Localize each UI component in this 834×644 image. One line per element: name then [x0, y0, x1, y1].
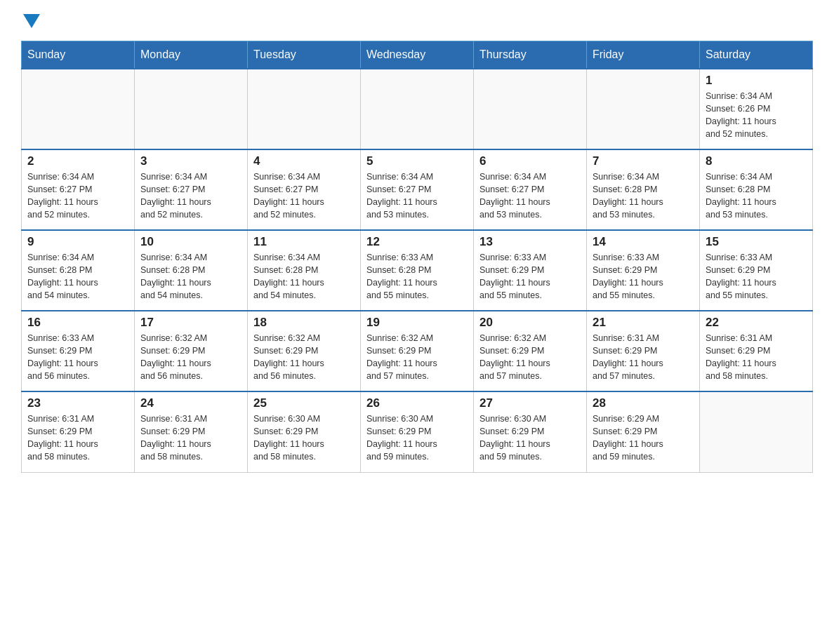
calendar-cell: 28Sunrise: 6:29 AM Sunset: 6:29 PM Dayli…	[587, 391, 700, 472]
day-number: 18	[253, 316, 355, 330]
day-number: 20	[479, 316, 581, 330]
calendar-cell: 27Sunrise: 6:30 AM Sunset: 6:29 PM Dayli…	[474, 391, 587, 472]
calendar-cell	[248, 69, 361, 149]
calendar-cell: 26Sunrise: 6:30 AM Sunset: 6:29 PM Dayli…	[361, 391, 474, 472]
calendar-cell: 11Sunrise: 6:34 AM Sunset: 6:28 PM Dayli…	[248, 230, 361, 311]
weekday-header-tuesday: Tuesday	[248, 41, 361, 69]
day-number: 25	[253, 396, 355, 410]
day-info: Sunrise: 6:34 AM Sunset: 6:28 PM Dayligh…	[140, 251, 241, 302]
day-info: Sunrise: 6:33 AM Sunset: 6:29 PM Dayligh…	[27, 332, 128, 383]
calendar-cell: 22Sunrise: 6:31 AM Sunset: 6:29 PM Dayli…	[700, 311, 813, 391]
page-header	[21, 14, 813, 27]
week-row-1: 1Sunrise: 6:34 AM Sunset: 6:26 PM Daylig…	[22, 69, 813, 149]
day-info: Sunrise: 6:32 AM Sunset: 6:29 PM Dayligh…	[140, 332, 241, 383]
day-info: Sunrise: 6:30 AM Sunset: 6:29 PM Dayligh…	[366, 412, 468, 464]
calendar-cell	[361, 69, 474, 149]
day-number: 9	[27, 235, 128, 249]
day-info: Sunrise: 6:31 AM Sunset: 6:29 PM Dayligh…	[140, 412, 241, 464]
day-number: 22	[706, 316, 807, 330]
day-info: Sunrise: 6:34 AM Sunset: 6:28 PM Dayligh…	[27, 251, 128, 302]
week-row-5: 23Sunrise: 6:31 AM Sunset: 6:29 PM Dayli…	[22, 391, 813, 472]
day-number: 26	[366, 396, 468, 410]
day-number: 6	[479, 154, 581, 168]
day-info: Sunrise: 6:34 AM Sunset: 6:27 PM Dayligh…	[140, 170, 241, 222]
weekday-header-sunday: Sunday	[22, 41, 135, 69]
day-info: Sunrise: 6:31 AM Sunset: 6:29 PM Dayligh…	[27, 412, 128, 464]
day-number: 3	[140, 154, 241, 168]
day-number: 17	[140, 316, 241, 330]
day-number: 14	[593, 235, 694, 249]
day-number: 21	[593, 316, 694, 330]
calendar-cell	[474, 69, 587, 149]
logo-triangle-icon	[23, 14, 40, 28]
day-info: Sunrise: 6:33 AM Sunset: 6:28 PM Dayligh…	[366, 251, 468, 302]
day-number: 24	[140, 396, 241, 410]
calendar-cell	[135, 69, 248, 149]
day-number: 2	[27, 154, 128, 168]
calendar-cell: 14Sunrise: 6:33 AM Sunset: 6:29 PM Dayli…	[587, 230, 700, 311]
day-info: Sunrise: 6:30 AM Sunset: 6:29 PM Dayligh…	[479, 412, 581, 464]
calendar-cell: 9Sunrise: 6:34 AM Sunset: 6:28 PM Daylig…	[22, 230, 135, 311]
day-info: Sunrise: 6:34 AM Sunset: 6:27 PM Dayligh…	[366, 170, 468, 222]
weekday-header-wednesday: Wednesday	[361, 41, 474, 69]
day-number: 7	[593, 154, 694, 168]
calendar-cell	[700, 391, 813, 472]
calendar-cell: 18Sunrise: 6:32 AM Sunset: 6:29 PM Dayli…	[248, 311, 361, 391]
day-number: 16	[27, 316, 128, 330]
calendar-cell: 21Sunrise: 6:31 AM Sunset: 6:29 PM Dayli…	[587, 311, 700, 391]
week-row-2: 2Sunrise: 6:34 AM Sunset: 6:27 PM Daylig…	[22, 149, 813, 230]
day-info: Sunrise: 6:34 AM Sunset: 6:28 PM Dayligh…	[253, 251, 355, 302]
day-number: 27	[479, 396, 581, 410]
calendar-cell: 15Sunrise: 6:33 AM Sunset: 6:29 PM Dayli…	[700, 230, 813, 311]
day-info: Sunrise: 6:32 AM Sunset: 6:29 PM Dayligh…	[479, 332, 581, 383]
weekday-header-monday: Monday	[135, 41, 248, 69]
calendar-cell: 10Sunrise: 6:34 AM Sunset: 6:28 PM Dayli…	[135, 230, 248, 311]
calendar-cell: 2Sunrise: 6:34 AM Sunset: 6:27 PM Daylig…	[22, 149, 135, 230]
calendar-table: SundayMondayTuesdayWednesdayThursdayFrid…	[21, 41, 813, 473]
calendar-cell: 25Sunrise: 6:30 AM Sunset: 6:29 PM Dayli…	[248, 391, 361, 472]
calendar-cell: 3Sunrise: 6:34 AM Sunset: 6:27 PM Daylig…	[135, 149, 248, 230]
calendar-cell: 4Sunrise: 6:34 AM Sunset: 6:27 PM Daylig…	[248, 149, 361, 230]
day-number: 15	[706, 235, 807, 249]
calendar-cell: 8Sunrise: 6:34 AM Sunset: 6:28 PM Daylig…	[700, 149, 813, 230]
calendar-cell: 17Sunrise: 6:32 AM Sunset: 6:29 PM Dayli…	[135, 311, 248, 391]
day-number: 28	[593, 396, 694, 410]
calendar-cell: 16Sunrise: 6:33 AM Sunset: 6:29 PM Dayli…	[22, 311, 135, 391]
day-number: 5	[366, 154, 468, 168]
day-number: 23	[27, 396, 128, 410]
week-row-3: 9Sunrise: 6:34 AM Sunset: 6:28 PM Daylig…	[22, 230, 813, 311]
day-info: Sunrise: 6:34 AM Sunset: 6:28 PM Dayligh…	[593, 170, 694, 222]
day-info: Sunrise: 6:29 AM Sunset: 6:29 PM Dayligh…	[593, 412, 694, 464]
day-number: 8	[706, 154, 807, 168]
calendar-cell: 6Sunrise: 6:34 AM Sunset: 6:27 PM Daylig…	[474, 149, 587, 230]
calendar-cell: 13Sunrise: 6:33 AM Sunset: 6:29 PM Dayli…	[474, 230, 587, 311]
calendar-cell: 5Sunrise: 6:34 AM Sunset: 6:27 PM Daylig…	[361, 149, 474, 230]
calendar-cell	[22, 69, 135, 149]
calendar-cell: 20Sunrise: 6:32 AM Sunset: 6:29 PM Dayli…	[474, 311, 587, 391]
day-info: Sunrise: 6:32 AM Sunset: 6:29 PM Dayligh…	[253, 332, 355, 383]
day-number: 11	[253, 235, 355, 249]
calendar-cell: 19Sunrise: 6:32 AM Sunset: 6:29 PM Dayli…	[361, 311, 474, 391]
day-info: Sunrise: 6:33 AM Sunset: 6:29 PM Dayligh…	[593, 251, 694, 302]
day-info: Sunrise: 6:34 AM Sunset: 6:27 PM Dayligh…	[479, 170, 581, 222]
day-info: Sunrise: 6:31 AM Sunset: 6:29 PM Dayligh…	[593, 332, 694, 383]
calendar-cell: 1Sunrise: 6:34 AM Sunset: 6:26 PM Daylig…	[700, 69, 813, 149]
day-number: 4	[253, 154, 355, 168]
weekday-header-saturday: Saturday	[700, 41, 813, 69]
day-info: Sunrise: 6:34 AM Sunset: 6:28 PM Dayligh…	[706, 170, 807, 222]
calendar-cell: 24Sunrise: 6:31 AM Sunset: 6:29 PM Dayli…	[135, 391, 248, 472]
day-info: Sunrise: 6:34 AM Sunset: 6:26 PM Dayligh…	[706, 90, 807, 141]
day-number: 10	[140, 235, 241, 249]
week-row-4: 16Sunrise: 6:33 AM Sunset: 6:29 PM Dayli…	[22, 311, 813, 391]
day-info: Sunrise: 6:33 AM Sunset: 6:29 PM Dayligh…	[479, 251, 581, 302]
day-number: 12	[366, 235, 468, 249]
day-number: 1	[706, 74, 807, 88]
weekday-header-thursday: Thursday	[474, 41, 587, 69]
logo	[21, 14, 42, 27]
day-info: Sunrise: 6:34 AM Sunset: 6:27 PM Dayligh…	[253, 170, 355, 222]
day-number: 13	[479, 235, 581, 249]
day-info: Sunrise: 6:33 AM Sunset: 6:29 PM Dayligh…	[706, 251, 807, 302]
day-number: 19	[366, 316, 468, 330]
calendar-cell: 7Sunrise: 6:34 AM Sunset: 6:28 PM Daylig…	[587, 149, 700, 230]
day-info: Sunrise: 6:30 AM Sunset: 6:29 PM Dayligh…	[253, 412, 355, 464]
